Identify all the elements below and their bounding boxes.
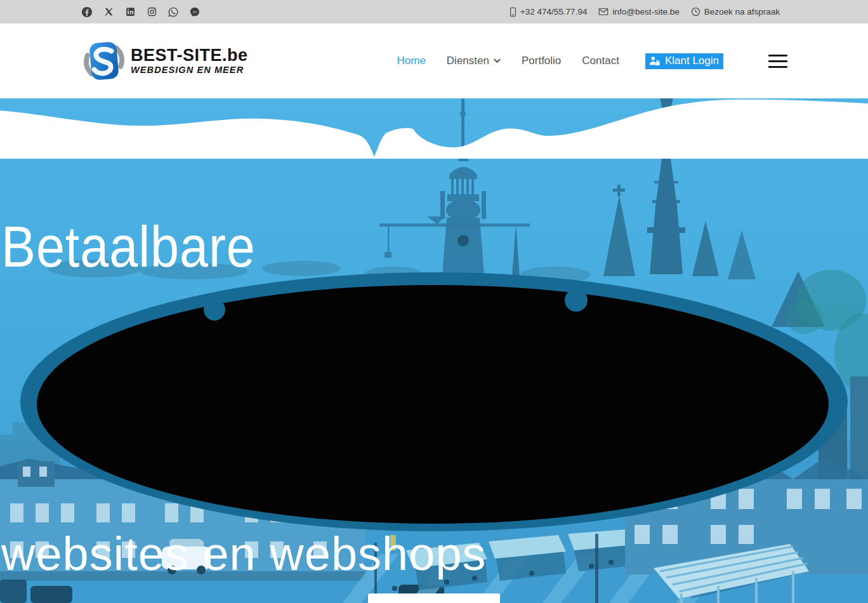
visit-note-text: Bezoek na afspraak bbox=[704, 7, 780, 17]
klant-login-button[interactable]: Klant Login bbox=[645, 53, 723, 69]
social-links bbox=[81, 6, 201, 18]
chevron-down-icon bbox=[494, 58, 501, 63]
contact-info: +32 474/55.77.94 info@best-site.be Bezoe… bbox=[510, 7, 780, 17]
nav-diensten[interactable]: Diensten bbox=[447, 55, 501, 67]
main-nav: Home Diensten Portfolio Contact Klant Lo… bbox=[397, 53, 787, 69]
linkedin-icon[interactable] bbox=[124, 6, 136, 18]
nav-contact[interactable]: Contact bbox=[582, 55, 619, 67]
nav-home[interactable]: Home bbox=[397, 55, 425, 67]
nav-contact-label: Contact bbox=[582, 55, 619, 67]
menu-burger-icon[interactable] bbox=[768, 55, 787, 68]
logo-subtitle: WEBDESIGN EN MEER bbox=[131, 65, 248, 75]
phone-link[interactable]: +32 474/55.77.94 bbox=[510, 7, 587, 17]
email-address: info@best-site.be bbox=[612, 7, 679, 17]
messenger-icon[interactable] bbox=[189, 6, 201, 18]
nav-portfolio[interactable]: Portfolio bbox=[522, 55, 561, 67]
hero-heading-line2: websites en webshops bbox=[1, 529, 487, 579]
email-link[interactable]: info@best-site.be bbox=[598, 7, 679, 17]
cta-button[interactable] bbox=[368, 593, 500, 603]
x-twitter-icon[interactable] bbox=[103, 6, 114, 18]
topbar: +32 474/55.77.94 info@best-site.be Bezoe… bbox=[0, 0, 868, 23]
logo-text: BEST-SITE.be WEBDESIGN EN MEER bbox=[131, 47, 248, 75]
logo-title: BEST-SITE.be bbox=[131, 47, 248, 64]
nav-diensten-label: Diensten bbox=[447, 55, 489, 67]
clock-icon bbox=[691, 7, 700, 17]
site-logo[interactable]: BEST-SITE.be WEBDESIGN EN MEER bbox=[82, 39, 248, 83]
visit-note: Bezoek na afspraak bbox=[691, 7, 780, 17]
page: +32 474/55.77.94 info@best-site.be Bezoe… bbox=[0, 0, 868, 603]
feature-ellipse-graphic bbox=[20, 272, 848, 531]
logo-s-icon bbox=[82, 39, 126, 83]
klant-login-label: Klant Login bbox=[665, 55, 719, 67]
nav-portfolio-label: Portfolio bbox=[522, 55, 561, 67]
instagram-icon[interactable] bbox=[146, 6, 157, 18]
hero-heading-line1: Betaalbare bbox=[1, 218, 256, 275]
facebook-icon[interactable] bbox=[81, 6, 93, 18]
user-lock-icon bbox=[648, 56, 661, 66]
main-header: BEST-SITE.be WEBDESIGN EN MEER Home Dien… bbox=[0, 23, 868, 98]
phone-number: +32 474/55.77.94 bbox=[520, 7, 587, 17]
mobile-phone-icon bbox=[510, 7, 516, 17]
whatsapp-icon[interactable] bbox=[168, 6, 179, 18]
nav-home-label: Home bbox=[397, 55, 425, 67]
envelope-icon bbox=[598, 8, 608, 16]
